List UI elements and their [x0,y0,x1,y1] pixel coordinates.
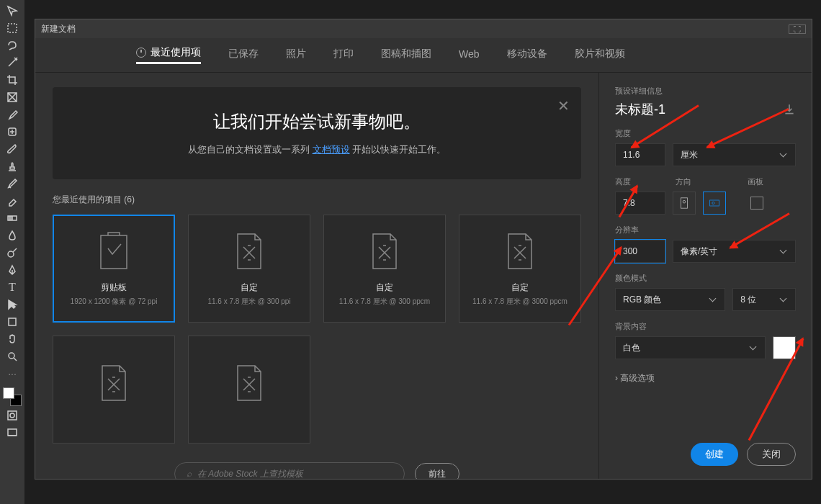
crop-tool[interactable] [2,72,22,88]
tab-photo[interactable]: 照片 [286,48,306,63]
tab-mobile[interactable]: 移动设备 [507,48,547,63]
close-icon[interactable]: ✕ [557,97,570,114]
chevron-down-icon [781,248,788,255]
stamp-tool[interactable] [2,158,22,174]
presets-panel: ✕ 让我们开始尝试新事物吧。 从您自己的文档设置或一系列 文档预设 开始以快速开… [35,73,598,479]
misc-tool[interactable]: ··· [2,366,22,382]
preset-title: 自定 [241,282,258,294]
blur-tool[interactable] [2,228,22,243]
move-tool[interactable] [2,3,22,19]
width-input[interactable] [615,143,665,166]
frame-tool[interactable] [2,89,22,105]
tab-recent[interactable]: 最近使用项 [136,46,201,64]
preset-subtitle: 11.6 x 7.8 厘米 @ 3000 ppcm [472,297,567,307]
bg-color-swatch[interactable] [773,336,796,359]
create-button[interactable]: 创建 [691,443,738,466]
tab-saved[interactable]: 已保存 [228,48,259,63]
close-button[interactable]: 关闭 [747,443,796,466]
preset-subtitle: 11.6 x 7.8 厘米 @ 300 ppi [207,297,290,307]
preset-subtitle: 1920 x 1200 像素 @ 72 ppi [71,297,158,307]
eyedropper-tool[interactable] [2,107,22,122]
preset-card[interactable]: 自定 11.6 x 7.8 厘米 @ 3000 ppcm [459,215,581,323]
recent-label: 您最近使用的项目 (6) [53,194,581,206]
tab-film[interactable]: 胶片和视频 [575,48,625,63]
svg-rect-7 [8,411,17,420]
preset-title: 自定 [511,282,529,294]
pen-tool[interactable] [2,262,22,278]
resolution-unit-select[interactable]: 像素/英寸 [673,240,796,263]
orient-label: 方向 [676,176,726,187]
search-go-button[interactable]: 前往 [415,463,459,479]
colormode-select[interactable]: RGB 颜色 [615,288,725,311]
height-label: 高度 [615,176,665,187]
hero-heading: 让我们开始尝试新事物吧。 [81,110,552,133]
healing-tool[interactable] [2,124,22,140]
shape-tool[interactable] [2,314,22,330]
preset-card[interactable] [188,336,310,444]
hero-banner: ✕ 让我们开始尝试新事物吧。 从您自己的文档设置或一系列 文档预设 开始以快速开… [53,87,581,179]
path-select-tool[interactable] [2,297,22,312]
dodge-tool[interactable] [2,245,22,261]
wand-tool[interactable] [2,55,22,71]
advanced-toggle[interactable]: 高级选项 [615,372,796,384]
save-preset-icon[interactable] [783,103,796,116]
resolution-input[interactable] [615,240,665,263]
svg-rect-5 [9,318,16,325]
clipboard-icon [98,231,130,271]
preset-title: 自定 [376,282,393,294]
bitdepth-select[interactable]: 8 位 [732,288,796,311]
color-swatches[interactable] [3,387,22,406]
new-document-dialog: 新建文档 ⛶ 最近使用项 已保存 照片 打印 图稿和插图 Web 移动设备 胶片… [35,19,812,480]
custom-icon [369,231,400,271]
preset-subtitle: 11.6 x 7.8 厘米 @ 300 ppcm [339,297,430,307]
preset-card[interactable]: 自定 11.6 x 7.8 厘米 @ 300 ppi [188,215,310,323]
bg-select[interactable]: 白色 [615,336,766,359]
artboard-label: 画板 [748,176,763,187]
preset-card[interactable]: 自定 11.6 x 7.8 厘米 @ 300 ppcm [323,215,446,323]
bg-label: 背景内容 [615,321,796,332]
gradient-tool[interactable] [2,210,22,226]
search-bar: ⌕ 在 Adobe Stock 上查找模板 前往 [53,462,581,479]
type-tool[interactable]: T [2,279,22,295]
lasso-tool[interactable] [2,37,22,53]
chevron-down-icon [781,296,788,303]
hand-tool[interactable] [2,331,22,347]
custom-icon [233,363,265,403]
svg-rect-9 [8,429,17,436]
history-brush-tool[interactable] [2,176,22,192]
height-input[interactable] [615,192,665,215]
quickmask-tool[interactable] [2,408,22,423]
screenmode-tool[interactable] [2,425,22,441]
document-name[interactable]: 未标题-1 [615,101,665,118]
tab-web[interactable]: Web [459,48,480,63]
eraser-tool[interactable] [2,193,22,209]
app-toolbar: T ··· [0,0,24,504]
preset-card[interactable]: 剪贴板 1920 x 1200 像素 @ 72 ppi [53,215,175,323]
preset-grid: 剪贴板 1920 x 1200 像素 @ 72 ppi 自定 11.6 x 7.… [53,215,581,444]
zoom-tool[interactable] [2,348,22,364]
width-label: 宽度 [615,128,796,139]
preset-card[interactable] [53,336,175,444]
search-icon: ⌕ [187,469,192,479]
artboard-checkbox[interactable] [750,197,763,210]
clock-icon [136,48,146,58]
chevron-down-icon [781,151,788,158]
chevron-down-icon [710,296,717,303]
brush-tool[interactable] [2,141,22,157]
unit-select[interactable]: 厘米 [673,143,796,166]
tab-print[interactable]: 打印 [333,48,354,63]
search-input[interactable]: ⌕ 在 Adobe Stock 上查找模板 [174,462,405,479]
svg-point-8 [10,413,14,418]
titlebar-close-button[interactable]: ⛶ [789,24,806,34]
svg-point-4 [8,251,14,257]
tab-art[interactable]: 图稿和插图 [381,48,431,63]
marquee-tool[interactable] [2,20,22,36]
orient-portrait-button[interactable] [673,192,696,215]
resolution-label: 分辨率 [615,225,796,235]
preset-link[interactable]: 文档预设 [313,144,350,155]
colormode-label: 颜色模式 [615,273,796,284]
orient-landscape-button[interactable] [703,192,726,215]
custom-icon [98,363,130,403]
dialog-title: 新建文档 [41,23,76,35]
category-tabs: 最近使用项 已保存 照片 打印 图稿和插图 Web 移动设备 胶片和视频 [35,38,812,73]
